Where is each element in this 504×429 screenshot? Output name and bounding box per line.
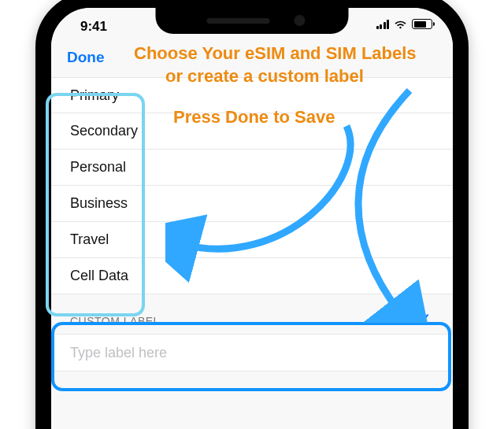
label-text: Secondary xyxy=(70,123,138,139)
wifi-icon xyxy=(394,19,407,29)
cell-signal-icon xyxy=(376,20,390,29)
checkmark-icon: ✓ xyxy=(419,310,432,327)
label-option-primary[interactable]: Primary xyxy=(51,77,453,113)
label-option-personal[interactable]: Personal xyxy=(51,150,453,186)
done-button[interactable]: Done xyxy=(67,49,105,66)
label-option-travel[interactable]: Travel xyxy=(51,222,453,258)
custom-label-header-text: CUSTOM LABEL xyxy=(70,315,160,327)
battery-icon xyxy=(412,19,432,29)
status-time: 9:41 xyxy=(80,19,107,35)
label-text: Business xyxy=(70,195,128,212)
label-option-secondary[interactable]: Secondary xyxy=(51,113,453,150)
phone-notch xyxy=(156,8,349,34)
custom-label-header: CUSTOM LABEL ✓ xyxy=(51,294,453,334)
label-list: Primary Secondary Personal Business Trav… xyxy=(51,77,453,294)
label-text: Travel xyxy=(70,231,109,248)
label-option-business[interactable]: Business xyxy=(51,186,453,222)
custom-label-row[interactable] xyxy=(51,334,453,372)
label-text: Cell Data xyxy=(70,268,128,284)
label-text: Primary xyxy=(70,87,119,104)
phone-frame: 9:41 Done Primary Secondary Personal Bus… xyxy=(35,0,469,429)
screen: 9:41 Done Primary Secondary Personal Bus… xyxy=(51,8,453,429)
custom-label-input[interactable] xyxy=(70,345,434,361)
nav-bar: Done xyxy=(51,43,453,77)
label-text: Personal xyxy=(70,159,126,176)
label-option-cell-data[interactable]: Cell Data xyxy=(51,258,453,294)
